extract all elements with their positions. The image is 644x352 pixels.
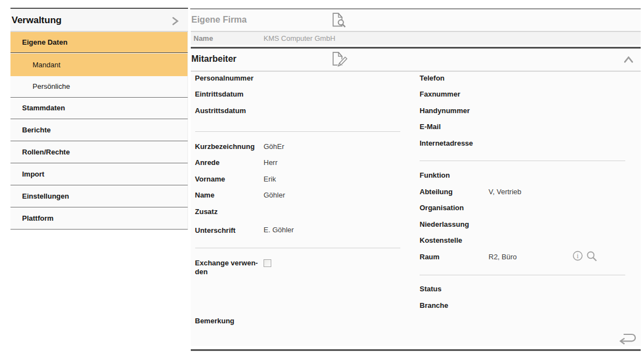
svg-text:i: i [577,252,579,260]
